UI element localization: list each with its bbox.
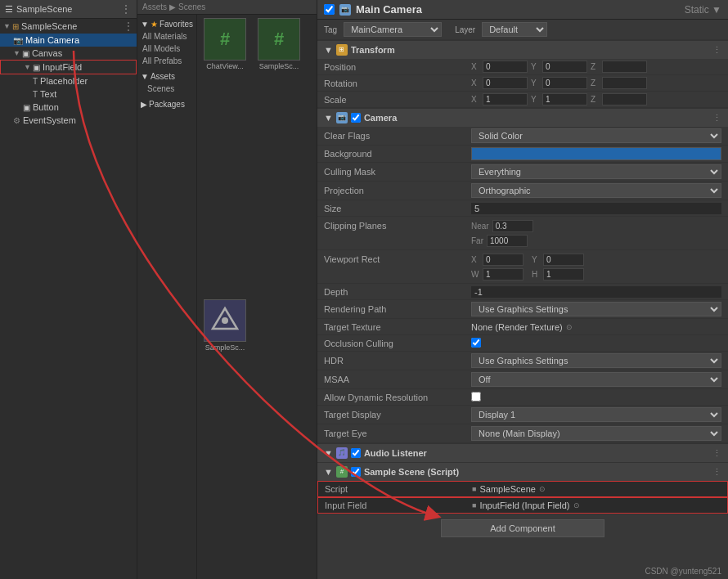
sidebar-scenes[interactable]: Scenes [137, 83, 196, 95]
script-comp-options[interactable]: ⋮ [712, 467, 721, 478]
breadcrumb-scenes[interactable]: Scenes [178, 2, 205, 11]
position-z[interactable] [602, 61, 647, 73]
breadcrumb: Assets ▶ Scenes [137, 0, 317, 15]
position-y[interactable] [542, 61, 587, 73]
camera-options[interactable]: ⋮ [712, 113, 721, 123]
clipping-far-input[interactable] [487, 235, 528, 247]
tag-select[interactable]: MainCamera [344, 22, 442, 37]
target-texture-label: Target Texture [324, 322, 471, 332]
allow-dynamic-res-label: Allow Dynamic Resolution [324, 393, 471, 402]
transform-options[interactable]: ⋮ [712, 45, 721, 56]
viewport-w[interactable] [483, 268, 524, 281]
sidebar-all-models[interactable]: All Models [137, 43, 196, 55]
clipping-sub-near: Clipping Planes Near [324, 218, 721, 233]
culling-mask-select[interactable]: Everything [471, 164, 721, 179]
msaa-select[interactable]: Off [471, 372, 721, 387]
scale-z[interactable] [602, 93, 647, 105]
depth-input[interactable] [471, 286, 721, 298]
hierarchy-options[interactable]: ⋮ [120, 2, 132, 16]
script-ref-icon: ■ [472, 485, 476, 493]
hierarchy-label-button: Button [33, 102, 59, 112]
target-display-select[interactable]: Display 1 [471, 407, 721, 422]
hierarchy-item-inputfield[interactable]: ▼ ▣ InputField [0, 60, 137, 74]
inspector-object-header: 📷 Main Camera Static ▼ [317, 0, 728, 20]
audio-listener-options[interactable]: ⋮ [712, 448, 721, 459]
target-texture-pick[interactable]: ⊙ [566, 323, 573, 331]
rotation-z[interactable] [602, 77, 647, 89]
layer-select[interactable]: Default [482, 22, 547, 37]
layer-label: Layer [455, 25, 475, 34]
assets-arrow: ▼ [141, 72, 149, 81]
projection-select[interactable]: Orthographic [471, 183, 721, 198]
target-eye-select[interactable]: None (Main Display) [471, 426, 721, 441]
sidebar-all-materials[interactable]: All Materials [137, 30, 196, 43]
scale-y[interactable] [542, 93, 587, 105]
transform-header[interactable]: ▼ ⊞ Transform ⋮ [317, 40, 728, 59]
prop-hdr: HDR Use Graphics Settings [317, 352, 728, 370]
input-field-pick-icon[interactable]: ⊙ [573, 501, 580, 509]
viewport-y[interactable] [543, 254, 584, 266]
allow-dynamic-res-checkbox[interactable] [471, 392, 481, 402]
prop-depth: Depth [317, 284, 728, 300]
add-component-row: Add Component [317, 514, 728, 542]
hierarchy-item-maincamera[interactable]: 📷 Main Camera [0, 34, 137, 47]
hierarchy-label-maincamera: Main Camera [25, 35, 79, 45]
scene-options[interactable]: ⋮ [124, 20, 133, 32]
camera-enabled-checkbox[interactable] [351, 113, 361, 123]
audio-listener-header[interactable]: ▼ 🎵 Audio Listener ⋮ [317, 443, 728, 462]
hierarchy-item-eventsystem[interactable]: ⚙ EventSystem [0, 114, 137, 127]
hierarchy-item-text[interactable]: T Text [0, 88, 137, 101]
depth-label: Depth [324, 287, 471, 297]
asset-samplescene2[interactable]: SampleSc... [200, 299, 249, 576]
position-label: Position [324, 62, 471, 72]
occlusion-culling-checkbox[interactable] [471, 338, 481, 348]
add-component-button[interactable]: Add Component [441, 519, 604, 537]
size-input[interactable] [471, 203, 721, 214]
script-pick-icon[interactable]: ⊙ [539, 485, 546, 493]
script-comp-checkbox[interactable] [351, 467, 361, 477]
hdr-value: Use Graphics Settings [471, 353, 721, 368]
viewport-x[interactable] [483, 254, 524, 266]
transform-icon: ⊞ [336, 44, 348, 56]
asset-chatview[interactable]: # ChatView... [200, 18, 249, 294]
msaa-label: MSAA [324, 375, 471, 384]
hierarchy-item-canvas[interactable]: ▼ ▣ Canvas [0, 47, 137, 60]
breadcrumb-assets[interactable]: Assets [142, 2, 167, 11]
camera-header[interactable]: ▼ 📷 Camera ⋮ [317, 108, 728, 127]
audio-listener-checkbox[interactable] [351, 448, 361, 458]
clear-flags-select[interactable]: Solid Color [471, 128, 721, 143]
rotation-y[interactable] [542, 77, 587, 89]
viewport-h[interactable] [543, 268, 584, 281]
hierarchy-header: ☰ SampleScene ⋮ [0, 0, 137, 19]
tag-label: Tag [324, 25, 337, 34]
scale-value: X Y Z [471, 93, 721, 105]
rotation-x[interactable] [483, 77, 528, 89]
hdr-select[interactable]: Use Graphics Settings [471, 353, 721, 368]
hierarchy-item-samplescene[interactable]: ▼ ⊞ SampleScene ⋮ [0, 19, 137, 34]
background-value[interactable] [471, 147, 721, 160]
tree-arrow-inputfield: ▼ [24, 63, 31, 71]
sidebar-all-prefabs[interactable]: All Prefabs [137, 55, 196, 67]
asset-samplescene1[interactable]: # SampleSc... [254, 18, 303, 294]
hierarchy-item-placeholder[interactable]: T Placeholder [0, 74, 137, 88]
favorites-arrow: ▼ [141, 20, 149, 29]
breadcrumb-sep1: ▶ [169, 2, 176, 11]
background-color-swatch[interactable] [471, 147, 721, 160]
prop-allow-dynamic-res: Allow Dynamic Resolution [317, 389, 728, 406]
hierarchy-menu-icon[interactable]: ☰ [5, 4, 13, 15]
prop-rendering-path: Rendering Path Use Graphics Settings [317, 300, 728, 319]
favorites-header: ▼ ★ Favorites [137, 18, 196, 30]
hierarchy-item-button[interactable]: ▣ Button [0, 101, 137, 114]
target-eye-value: None (Main Display) [471, 426, 721, 441]
scale-x[interactable] [483, 93, 528, 105]
script-comp-header[interactable]: ▼ # Sample Scene (Script) ⋮ [317, 462, 728, 481]
input-field-value: ■ InputField (Input Field) ⊙ [472, 500, 721, 510]
object-active-checkbox[interactable] [324, 4, 335, 15]
target-texture-text: None (Render Texture) [471, 322, 563, 332]
rendering-path-select[interactable]: Use Graphics Settings [471, 302, 721, 316]
project-sidebar: ▼ ★ Favorites All Materials All Models A… [137, 15, 197, 579]
clipping-near-input[interactable] [492, 220, 533, 232]
position-x[interactable] [483, 61, 528, 73]
hierarchy-title: SampleScene [16, 4, 73, 14]
culling-mask-label: Culling Mask [324, 167, 471, 177]
